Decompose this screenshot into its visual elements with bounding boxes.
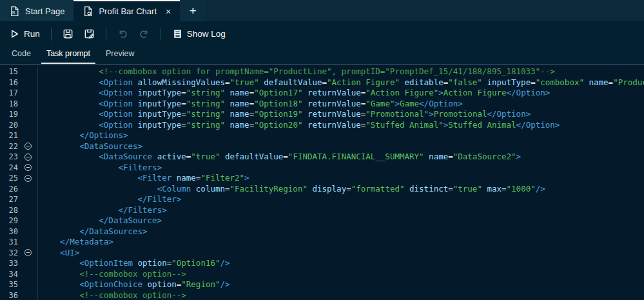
code-line-text[interactable]: <OptionItem option="Option16"/>: [37, 258, 644, 269]
code-line-text[interactable]: <Option inputType="string" name="Option1…: [37, 88, 644, 99]
code-token-v: "false": [448, 77, 482, 87]
code-token-e: =: [181, 99, 186, 108]
subtab-preview[interactable]: Preview: [101, 46, 139, 64]
code-token-a: defaultValue: [220, 152, 283, 161]
code-line-text[interactable]: </Filter>: [37, 194, 644, 205]
tab-label: Profit Bar Chart: [99, 6, 157, 16]
gutter: 32: [0, 248, 37, 259]
code-token-t: <OptionItem: [79, 258, 133, 268]
subtab-code[interactable]: Code: [6, 46, 36, 64]
code-line: 24 <Filters>: [0, 163, 644, 174]
code-token-p: [41, 279, 79, 289]
code-token-t: <Filter: [138, 173, 172, 183]
close-tab-icon[interactable]: ×: [166, 7, 171, 16]
code-token-a: distinct: [405, 184, 449, 194]
code-token-a: inputType: [133, 99, 181, 108]
code-editor[interactable]: 15 <!--combobox option for promptName="P…: [0, 65, 644, 299]
code-token-p: [41, 290, 79, 300]
gutter: 34: [0, 269, 37, 280]
code-token-x: Game: [400, 99, 419, 108]
code-token-v: "string": [186, 88, 225, 97]
code-token-t: <DataSource: [99, 152, 152, 161]
code-line-text[interactable]: </DataSources>: [37, 226, 644, 237]
code-line-text[interactable]: <OptionChoice option="Region"/>: [37, 279, 644, 290]
code-line-text[interactable]: <Option inputType="string" name="Option2…: [37, 120, 644, 131]
code-line-text[interactable]: <!--combobox option-->: [37, 290, 644, 300]
code-token-p: [41, 109, 99, 119]
code-token-t: <Option: [99, 77, 133, 87]
code-line-text[interactable]: <!--combobox option for promptName="Prod…: [37, 66, 644, 77]
save-icon: [63, 28, 73, 39]
code-line-text[interactable]: <DataSources>: [37, 141, 644, 152]
code-line-text[interactable]: <DataSource active="true" defaultValue="…: [37, 152, 644, 163]
code-token-t: <Column: [157, 184, 191, 194]
code-token-a: name: [225, 88, 249, 97]
gutter: 25: [0, 173, 37, 184]
code-token-a: defaultValue: [259, 77, 322, 87]
code-token-e: =: [448, 184, 453, 194]
tab-profit-bar-chart[interactable]: Profit Bar Chart ×: [73, 0, 180, 21]
line-number: 15: [0, 66, 18, 77]
code-token-a: display: [307, 184, 346, 194]
code-token-e: =: [346, 184, 351, 194]
line-number: 24: [0, 163, 18, 174]
gutter: 31: [0, 237, 37, 248]
code-token-v: "Region": [181, 279, 220, 289]
code-token-t: </Option>: [419, 99, 463, 108]
code-line-text[interactable]: </Filters>: [37, 205, 644, 216]
tab-start-page[interactable]: S Start Page: [0, 0, 73, 21]
code-token-a: inputType: [133, 120, 181, 130]
code-token-e: =: [448, 152, 453, 161]
subtab-task-prompt[interactable]: Task prompt: [41, 46, 95, 64]
line-number: 18: [0, 99, 18, 110]
code-token-c: <!--combobox option-->: [79, 290, 186, 300]
code-token-a: returnValue: [302, 109, 360, 119]
fold-collapse-icon[interactable]: [24, 143, 32, 150]
code-token-x: Action Figure: [444, 88, 507, 97]
code-token-v: "true": [191, 152, 220, 161]
code-line-text[interactable]: </Options>: [37, 130, 644, 141]
code-line-text[interactable]: </DataSource>: [37, 215, 644, 226]
code-line: 29 </DataSource>: [0, 215, 644, 226]
show-log-button[interactable]: Show Log: [168, 26, 229, 42]
save-as-button[interactable]: [80, 26, 99, 42]
code-line-text[interactable]: <UI>: [37, 248, 644, 259]
code-line: 27 </Filter>: [0, 194, 644, 205]
code-token-a: option: [133, 258, 167, 268]
code-line: 19 <Option inputType="string" name="Opti…: [0, 109, 644, 120]
code-line-text[interactable]: <Filter name="Filter2">: [37, 173, 644, 184]
fold-collapse-icon[interactable]: [24, 249, 32, 256]
code-line-text[interactable]: <Option inputType="string" name="Option1…: [37, 99, 644, 110]
code-token-p: [41, 88, 99, 97]
undo-button[interactable]: [113, 26, 132, 42]
gutter: 24: [0, 163, 37, 174]
code-token-a: inputType: [482, 77, 531, 87]
save-button[interactable]: [59, 26, 77, 42]
run-button[interactable]: Run: [5, 26, 44, 42]
code-token-t: />: [220, 279, 230, 289]
redo-button[interactable]: [135, 26, 153, 42]
line-number: 25: [0, 173, 18, 184]
code-token-x: Stuffed Animal: [448, 120, 516, 130]
tab-label: Start Page: [25, 6, 64, 16]
code-line: 33 <OptionItem option="Option16"/>: [0, 258, 644, 269]
code-line-text[interactable]: <Filters>: [37, 163, 644, 174]
code-token-v: "Option20": [254, 120, 302, 130]
line-number: 27: [0, 194, 18, 205]
fold-collapse-icon[interactable]: [24, 164, 32, 171]
fold-collapse-icon[interactable]: [24, 154, 32, 161]
undo-icon: [117, 28, 128, 39]
code-token-p: [41, 130, 79, 140]
code-line-text[interactable]: <!--combobox option-->: [37, 269, 644, 280]
new-tab-button[interactable]: +: [180, 0, 206, 21]
fold-collapse-icon[interactable]: [24, 175, 32, 182]
code-line-text[interactable]: <Option inputType="string" name="Option1…: [37, 109, 644, 120]
code-line-text[interactable]: <Column column="FacilityRegion" display=…: [37, 184, 644, 195]
gutter: 22: [0, 141, 37, 152]
editor-header: Run: [0, 21, 644, 65]
code-token-p: [41, 205, 118, 215]
code-line-text[interactable]: <Option allowMissingValues="true" defaul…: [37, 77, 644, 88]
view-subtabs: Code Task prompt Preview: [0, 46, 644, 65]
line-number: 30: [0, 226, 18, 237]
code-line-text[interactable]: </Metadata>: [37, 237, 644, 248]
